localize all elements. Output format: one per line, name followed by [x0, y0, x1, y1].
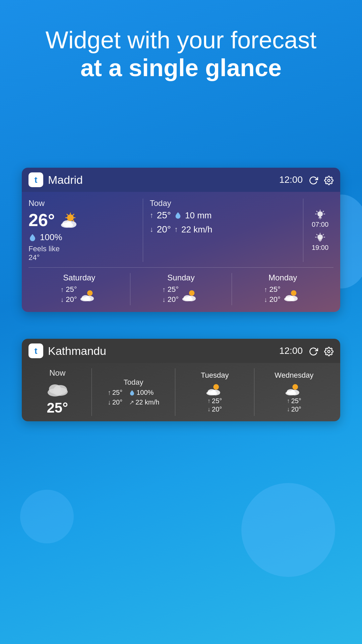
kathmandu-wednesday: Wednesday ↑ 25° ↓ 20°	[254, 368, 334, 416]
madrid-widget: t Madrid 12:00 N	[22, 168, 340, 312]
sunday-temps: ↑ 25° ↓ 20°	[162, 285, 179, 305]
madrid-feels-like: Feels like 24°	[28, 245, 136, 262]
madrid-today-low-row: ↓ 20° ↑ 22 km/h	[150, 224, 296, 235]
madrid-top-row: Now 26°	[22, 192, 340, 267]
svg-point-13	[317, 211, 323, 217]
kathmandu-city-name: Kathmandu	[48, 344, 106, 358]
madrid-now-label: Now	[28, 199, 136, 208]
kathmandu-today-temps: ↑ 25° ↓ 20°	[108, 389, 122, 406]
svg-point-30	[80, 297, 91, 301]
svg-line-8	[73, 214, 74, 215]
sunrise-icon	[314, 209, 326, 219]
wednesday-weather-icon	[285, 382, 303, 397]
svg-point-31	[189, 290, 194, 296]
svg-line-6	[67, 214, 68, 215]
sunset-icon	[314, 232, 326, 243]
madrid-today-wind: 22 km/h	[181, 224, 213, 235]
kathmandu-header-left: t Kathmandu	[28, 343, 106, 358]
partly-cloudy-icon-madrid	[60, 212, 80, 228]
madrid-forecast-monday: Monday ↑ 25° ↓ 20°	[232, 273, 334, 305]
madrid-today-high: 25°	[157, 210, 171, 221]
hero-line1: Widget with your forecast	[20, 27, 342, 53]
kathmandu-body: Now 25° Today ↑ 25°	[22, 363, 340, 421]
kathmandu-refresh-icon[interactable]	[309, 345, 318, 356]
settings-icon[interactable]	[324, 174, 334, 185]
tuesday-label: Tuesday	[201, 371, 229, 380]
kathmandu-today: Today ↑ 25° ↓ 20°	[92, 368, 175, 416]
kathmandu-cloudy-icon	[46, 380, 69, 397]
madrid-body: Now 26°	[22, 192, 340, 312]
app-logo-kathmandu: t	[28, 343, 43, 358]
kathmandu-time: 12:00	[279, 345, 303, 356]
svg-point-35	[291, 290, 296, 296]
madrid-sunset-time: 19:00	[312, 244, 328, 252]
kathmandu-header-right: 12:00	[279, 345, 334, 356]
tuesday-weather-icon	[205, 382, 224, 397]
madrid-header-right: 12:00	[279, 174, 334, 185]
svg-point-38	[284, 297, 295, 301]
app-logo-madrid: t	[28, 172, 43, 187]
bg-circle-bottom-left	[20, 490, 74, 543]
madrid-sunrise-section: 07:00 19:00	[303, 199, 334, 262]
svg-point-34	[182, 297, 193, 301]
monday-temps: ↑ 25° ↓ 20°	[264, 285, 281, 305]
sunday-label: Sunday	[167, 273, 194, 282]
madrid-today-high-row: ↑ 25° 10 mm	[150, 210, 296, 221]
monday-label: Monday	[268, 273, 297, 282]
svg-line-18	[323, 211, 323, 212]
kathmandu-today-label: Today	[124, 378, 143, 387]
svg-point-43	[53, 388, 68, 396]
kathmandu-widget: t Kathmandu 12:00 Now	[22, 339, 340, 421]
kathmandu-now-label: Now	[49, 368, 65, 378]
svg-point-27	[87, 290, 93, 296]
refresh-icon[interactable]	[309, 174, 318, 185]
kathmandu-header: t Kathmandu 12:00	[22, 339, 340, 363]
monday-weather-icon	[283, 288, 302, 302]
madrid-header: t Madrid 12:00	[22, 168, 340, 192]
sunday-weather-icon	[181, 288, 200, 302]
kathmandu-today-conditions: 100% ↗ 22 km/h	[129, 389, 159, 406]
svg-point-44	[213, 384, 219, 390]
madrid-city-name: Madrid	[48, 173, 83, 186]
svg-line-7	[73, 220, 74, 221]
svg-point-51	[286, 391, 296, 395]
svg-point-0	[328, 179, 330, 181]
svg-point-47	[206, 391, 217, 395]
hero-title: Widget with your forecast at a single gl…	[0, 27, 362, 83]
madrid-forecast-row: Saturday ↑ 25° ↓ 20°	[28, 268, 334, 312]
svg-point-48	[293, 384, 298, 390]
madrid-forecast-sunday: Sunday ↑ 25° ↓ 20°	[130, 273, 232, 305]
madrid-today-label: Today	[150, 199, 296, 208]
svg-line-25	[323, 234, 323, 235]
madrid-forecast-saturday: Saturday ↑ 25° ↓ 20°	[28, 273, 130, 305]
tuesday-temps: ↑ 25° ↓ 20°	[207, 397, 222, 413]
kathmandu-settings-icon[interactable]	[324, 345, 334, 356]
hero-line2: at a single glance	[20, 53, 342, 82]
saturday-temps: ↑ 25° ↓ 20°	[60, 285, 77, 305]
saturday-weather-icon	[79, 288, 98, 302]
madrid-today-low: 20°	[157, 224, 171, 235]
svg-line-17	[317, 211, 317, 212]
svg-point-12	[61, 222, 73, 228]
kathmandu-now: Now 25°	[28, 368, 92, 416]
wednesday-temps: ↑ 25° ↓ 20°	[287, 397, 301, 413]
water-drop-icon	[28, 233, 37, 241]
madrid-sunrise-time: 07:00	[312, 221, 328, 228]
madrid-now-section: Now 26°	[28, 199, 143, 262]
rain-icon-today	[174, 212, 182, 219]
kathmandu-now-temp: 25°	[47, 400, 68, 416]
rain-drop-icon	[129, 390, 135, 396]
madrid-now-humidity: 100%	[40, 232, 62, 243]
kathmandu-tuesday: Tuesday ↑ 25° ↓ 20°	[175, 368, 255, 416]
kathmandu-top-row: Now 25° Today ↑ 25°	[22, 363, 340, 421]
madrid-time: 12:00	[279, 174, 303, 185]
madrid-today-section: Today ↑ 25° 10 mm ↓ 20° ↑ 22 km/h	[143, 199, 303, 262]
svg-point-39	[328, 350, 330, 353]
madrid-header-left: t Madrid	[28, 172, 83, 187]
madrid-today-rain: 10 mm	[185, 210, 212, 221]
madrid-now-temp: 26°	[28, 210, 136, 230]
wednesday-label: Wednesday	[275, 371, 313, 380]
svg-line-24	[317, 234, 317, 235]
bg-circle-bottom-right	[241, 483, 335, 577]
saturday-label: Saturday	[63, 273, 95, 282]
